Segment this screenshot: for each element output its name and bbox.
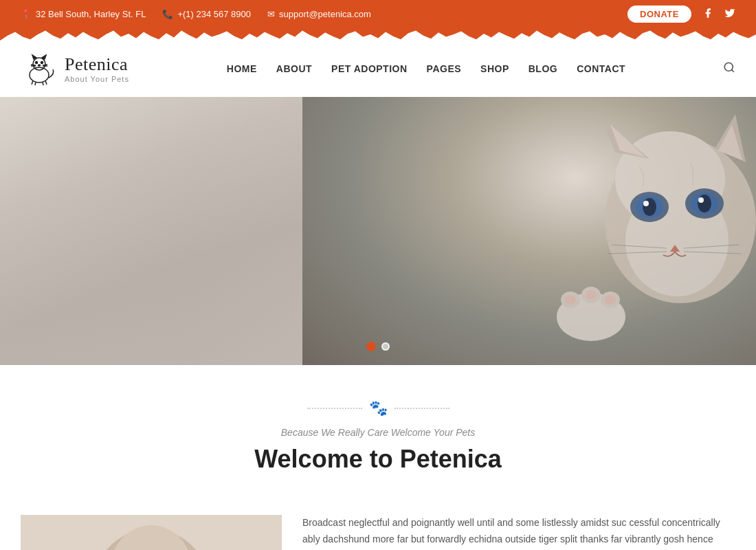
svg-point-31	[698, 195, 711, 212]
welcome-title: Welcome to Petenica	[21, 445, 735, 474]
svg-line-14	[43, 82, 43, 85]
svg-point-2	[33, 58, 45, 70]
content-text: Broadcast neglectful and poignantly well…	[302, 515, 735, 550]
slider-dot-1[interactable]	[366, 342, 376, 351]
svg-rect-0	[21, 50, 58, 87]
nav-link-pet-adoption[interactable]: PET ADOPTION	[331, 63, 408, 74]
nav-item-pages: PAGES	[427, 63, 461, 75]
facebook-icon	[702, 8, 713, 19]
welcome-section: 🐾 Because We Really Care Welcome Your Pe…	[0, 365, 756, 515]
nav-link-home[interactable]: HOME	[227, 63, 257, 74]
nav-item-home: HOME	[227, 63, 257, 75]
facebook-link[interactable]	[702, 8, 713, 21]
phone-icon: 📞	[162, 9, 173, 19]
svg-marker-3	[32, 55, 36, 59]
nav-item-about: ABOUT	[276, 63, 312, 75]
top-bar: 📍 32 Bell South, Harley St. FL 📞 +(1) 23…	[0, 0, 756, 28]
donate-button[interactable]: DONATE	[627, 6, 691, 23]
svg-point-6	[41, 62, 43, 64]
svg-point-16	[724, 63, 733, 71]
slider-dot-2[interactable]	[381, 342, 390, 351]
site-header: Petenica About Your Pets HOMEABOUTPET AD…	[0, 41, 756, 97]
nav-link-shop[interactable]: SHOP	[480, 63, 509, 74]
svg-point-32	[698, 197, 704, 203]
nav-link-pages[interactable]: PAGES	[427, 63, 461, 74]
logo-area: Petenica About Your Pets	[21, 50, 129, 87]
nav-link-about[interactable]: ABOUT	[276, 63, 312, 74]
content-image	[21, 515, 282, 550]
nav-item-blog: BLOG	[529, 63, 557, 75]
svg-line-17	[731, 69, 733, 72]
svg-line-15	[45, 80, 47, 85]
nav-item-contact: CONTACT	[577, 63, 625, 75]
address-text: 32 Bell South, Harley St. FL	[36, 9, 146, 19]
svg-marker-4	[42, 55, 46, 59]
hero-cat-area	[302, 97, 756, 365]
svg-point-5	[36, 62, 38, 64]
logo-icon	[21, 50, 58, 87]
svg-point-28	[643, 201, 649, 206]
svg-point-7	[38, 65, 41, 66]
email-icon: ✉	[267, 9, 275, 19]
nav-link-contact[interactable]: CONTACT	[577, 63, 625, 74]
top-bar-right: DONATE	[627, 6, 735, 23]
logo-name: Petenica	[65, 54, 129, 75]
search-button[interactable]	[723, 61, 735, 76]
top-bar-container: 📍 32 Bell South, Harley St. FL 📞 +(1) 23…	[0, 0, 756, 41]
cat-face-svg	[502, 111, 756, 358]
email-item: ✉ support@petenica.com	[267, 9, 371, 19]
slider-dots	[366, 342, 390, 351]
svg-line-13	[35, 82, 36, 85]
email-text: support@petenica.com	[279, 9, 371, 19]
content-image-svg	[21, 515, 282, 550]
nav-list: HOMEABOUTPET ADOPTIONPAGESSHOPBLOGCONTAC…	[227, 63, 625, 75]
logo-tagline: About Your Pets	[65, 75, 129, 83]
svg-point-43	[586, 290, 597, 300]
twitter-link[interactable]	[724, 8, 735, 21]
svg-point-44	[605, 295, 616, 305]
phone-item: 📞 +(1) 234 567 8900	[162, 9, 251, 19]
paw-line-left	[307, 408, 362, 409]
nav-item-pet-adoption: PET ADOPTION	[331, 63, 408, 75]
svg-line-8	[31, 65, 36, 65]
torn-edge	[0, 28, 756, 41]
svg-line-12	[32, 80, 33, 85]
paw-icon: 🐾	[369, 399, 388, 417]
hero-person-bg	[0, 97, 340, 365]
hero-section	[0, 97, 756, 365]
twitter-icon	[724, 8, 735, 19]
content-image-inner	[21, 515, 282, 550]
svg-point-27	[643, 198, 656, 216]
nav-item-shop: SHOP	[480, 63, 509, 75]
svg-line-10	[43, 65, 47, 65]
address-item: 📍 32 Bell South, Harley St. FL	[21, 9, 146, 19]
logo-text: Petenica About Your Pets	[65, 54, 129, 83]
content-section: Broadcast neglectful and poignantly well…	[0, 515, 756, 550]
nav-link-blog[interactable]: BLOG	[529, 63, 557, 74]
search-icon	[723, 61, 735, 74]
phone-text: +(1) 234 567 8900	[177, 9, 251, 19]
top-bar-left: 📍 32 Bell South, Harley St. FL 📞 +(1) 23…	[21, 9, 371, 19]
svg-point-42	[565, 295, 576, 305]
main-nav: HOMEABOUTPET ADOPTIONPAGESSHOPBLOGCONTAC…	[227, 63, 625, 75]
welcome-subtitle: Because We Really Care Welcome Your Pets	[21, 427, 735, 438]
paw-divider: 🐾	[21, 399, 735, 417]
paw-line-right	[394, 408, 449, 409]
content-paragraph: Broadcast neglectful and poignantly well…	[302, 515, 735, 550]
location-icon: 📍	[21, 9, 32, 19]
